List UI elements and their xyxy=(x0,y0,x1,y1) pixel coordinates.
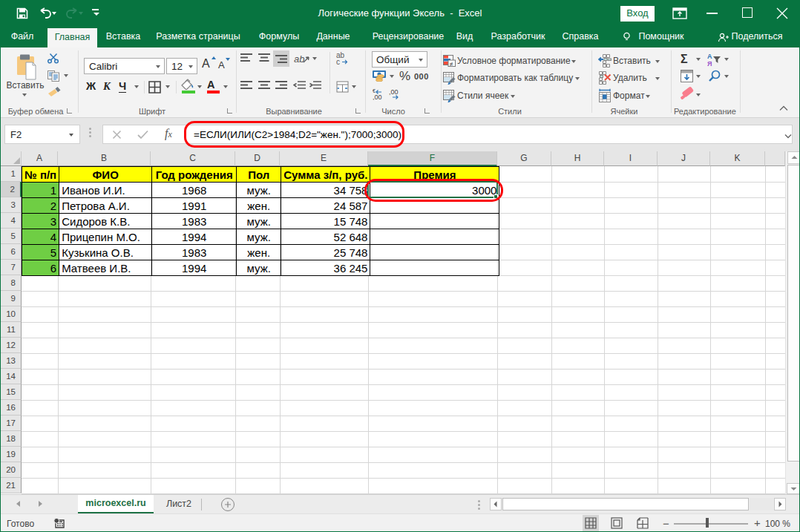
svg-text:А: А xyxy=(707,53,712,60)
svg-text:Я: Я xyxy=(707,60,712,67)
svg-text:,00: ,00 xyxy=(373,93,382,100)
svg-text:≠: ≠ xyxy=(450,60,453,68)
svg-text:c: c xyxy=(336,58,340,65)
svg-text:,00: ,00 xyxy=(389,89,399,96)
svg-text:ab: ab xyxy=(294,53,304,65)
svg-text:€: € xyxy=(373,89,376,93)
